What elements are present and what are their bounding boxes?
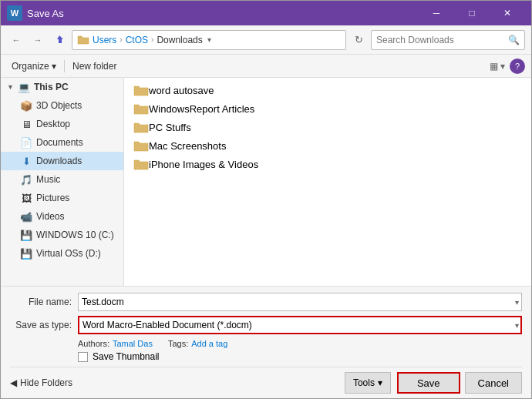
- tags-label: Tags:: [168, 339, 188, 348]
- window-controls: ─ □ ✕: [419, 1, 525, 25]
- filename-input[interactable]: [78, 293, 522, 311]
- footer-row: ◀ Hide Folders Tools ▾ Save Cancel: [10, 367, 522, 394]
- filename-row: File name: ▾: [10, 293, 522, 311]
- search-input[interactable]: [376, 35, 508, 45]
- folder-icon: [133, 102, 149, 115]
- music-icon: 🎵: [19, 173, 33, 186]
- folder-icon: [133, 84, 149, 96]
- authors-section: Authors: Tamal Das: [78, 339, 153, 348]
- sidebar-item-documents[interactable]: 📄 Documents: [1, 133, 123, 152]
- hide-folders-label: Hide Folders: [20, 377, 72, 388]
- refresh-button[interactable]: ↻: [349, 31, 368, 49]
- breadcrumb: Users › CtOS › Downloads ▾: [72, 30, 346, 50]
- authors-value[interactable]: Tamal Das: [113, 339, 153, 348]
- view-button[interactable]: ▦ ▾: [485, 59, 510, 73]
- add-tag-link[interactable]: Add a tag: [191, 339, 227, 348]
- videos-icon: 📹: [19, 210, 33, 223]
- pictures-icon: 🖼: [19, 191, 33, 205]
- maximize-button[interactable]: □: [454, 1, 490, 25]
- hide-folders-button[interactable]: ◀ Hide Folders: [10, 377, 72, 388]
- separator: [64, 60, 65, 72]
- close-button[interactable]: ✕: [490, 1, 525, 25]
- save-as-dialog: W Save As ─ □ ✕ ← → Users › CtOS › Downl…: [0, 0, 532, 399]
- organize-button[interactable]: Organize ▾: [7, 59, 61, 73]
- sidebar-item-downloads[interactable]: ⬇ Downloads: [1, 152, 123, 170]
- breadcrumb-downloads: Downloads: [157, 35, 202, 45]
- tools-button[interactable]: Tools ▾: [345, 372, 391, 394]
- breadcrumb-users[interactable]: Users: [93, 35, 116, 45]
- thumbnail-row: Save Thumbnail: [10, 351, 522, 362]
- list-item[interactable]: PC Stuffs: [127, 118, 528, 136]
- hide-folders-icon: ◀: [10, 377, 17, 388]
- savetype-label: Save as type:: [10, 320, 72, 330]
- main-content: ▼ 💻 This PC 📦 3D Objects 🖥 Desktop 📄 Doc…: [1, 78, 531, 286]
- folder-icon: [133, 121, 149, 133]
- folder-icon: [133, 139, 149, 152]
- sidebar-item-3d-objects[interactable]: 📦 3D Objects: [1, 96, 123, 115]
- savetype-select[interactable]: Word Macro-Enabled Document (*.docm): [78, 316, 522, 334]
- breadcrumb-dropdown[interactable]: ▾: [207, 35, 211, 44]
- this-pc-icon: 💻: [17, 80, 31, 94]
- list-item[interactable]: iPhone Images & Videos: [127, 155, 528, 173]
- file-list: word autosave WindowsReport Articles PC …: [124, 78, 531, 286]
- 3d-objects-icon: 📦: [19, 99, 33, 112]
- authors-label: Authors:: [78, 339, 109, 348]
- sidebar-item-music[interactable]: 🎵 Music: [1, 170, 123, 189]
- window-title: Save As: [27, 8, 419, 19]
- savetype-wrapper: Word Macro-Enabled Document (*.docm) ▾: [78, 316, 522, 334]
- tags-section: Tags: Add a tag: [168, 339, 227, 348]
- app-icon: W: [7, 5, 22, 21]
- help-button[interactable]: ?: [510, 59, 525, 74]
- back-button[interactable]: ←: [7, 31, 25, 49]
- filename-label: File name:: [10, 297, 72, 307]
- new-folder-button[interactable]: New folder: [68, 59, 121, 73]
- sidebar-item-videos[interactable]: 📹 Videos: [1, 207, 123, 226]
- sidebar-item-desktop[interactable]: 🖥 Desktop: [1, 115, 123, 133]
- minimize-button[interactable]: ─: [419, 1, 454, 25]
- list-item[interactable]: WindowsReport Articles: [127, 99, 528, 118]
- up-icon: [54, 35, 65, 45]
- authors-tags-row: Authors: Tamal Das Tags: Add a tag: [10, 339, 522, 348]
- thumbnail-checkbox[interactable]: [78, 352, 88, 362]
- forward-button[interactable]: →: [29, 31, 47, 49]
- folder-icon: [133, 158, 149, 170]
- secondary-toolbar: Organize ▾ New folder ▦ ▾ ?: [1, 55, 531, 78]
- sidebar-item-this-pc[interactable]: ▼ 💻 This PC: [1, 78, 123, 96]
- search-icon: 🔍: [508, 35, 520, 45]
- downloads-icon: ⬇: [19, 154, 33, 168]
- list-item[interactable]: Mac Screenshots: [127, 136, 528, 155]
- windows-drive-icon: 💾: [19, 228, 33, 242]
- desktop-icon: 🖥: [19, 117, 33, 131]
- nav-toolbar: ← → Users › CtOS › Downloads ▾ ↻ 🔍: [1, 25, 531, 55]
- title-bar: W Save As ─ □ ✕: [1, 1, 531, 25]
- savetype-row: Save as type: Word Macro-Enabled Documen…: [10, 316, 522, 334]
- save-button[interactable]: Save: [397, 372, 460, 394]
- up-button[interactable]: [50, 31, 69, 49]
- cancel-button[interactable]: Cancel: [465, 372, 522, 394]
- thumbnail-label: Save Thumbnail: [93, 351, 160, 362]
- virtual-os-icon: 💾: [19, 246, 33, 260]
- list-item[interactable]: word autosave: [127, 81, 528, 99]
- folder-icon: [77, 34, 89, 46]
- documents-icon: 📄: [19, 136, 33, 149]
- breadcrumb-ctos[interactable]: CtOS: [126, 35, 148, 45]
- bottom-area: File name: ▾ Save as type: Word Macro-En…: [1, 286, 531, 398]
- sidebar: ▼ 💻 This PC 📦 3D Objects 🖥 Desktop 📄 Doc…: [1, 78, 124, 286]
- expand-icon: ▼: [7, 83, 14, 91]
- sidebar-item-virtual-os[interactable]: 💾 Virtual OSs (D:): [1, 244, 123, 263]
- sidebar-item-pictures[interactable]: 🖼 Pictures: [1, 189, 123, 207]
- search-box: 🔍: [371, 30, 525, 50]
- filename-wrapper: ▾: [78, 293, 522, 311]
- sidebar-item-windows[interactable]: 💾 WINDOWS 10 (C:): [1, 226, 123, 244]
